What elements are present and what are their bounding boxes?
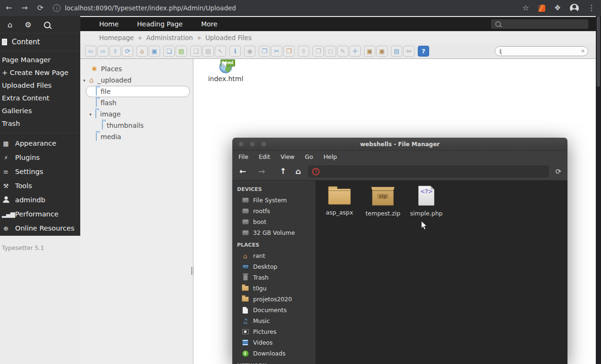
fm-place-projetos2020[interactable]: projetos2020 <box>232 294 315 305</box>
forward-button[interactable]: ⇨ <box>97 46 109 57</box>
save-as-button[interactable]: ▤ <box>176 46 187 57</box>
scrollbar-thumb[interactable] <box>597 16 600 87</box>
sort-alpha-button[interactable]: az <box>403 46 415 57</box>
tree-item-image[interactable]: ▾image <box>80 108 193 120</box>
breadcrumb-item-homepage[interactable]: Homepage <box>99 34 134 41</box>
fm-menu-go[interactable]: Go <box>305 153 313 160</box>
fm-place-file-system[interactable]: File System <box>232 195 315 206</box>
file-item-index-html[interactable]: html index.html <box>204 62 247 83</box>
preview-eye-button[interactable]: ◉ <box>244 46 255 57</box>
browser-forward-icon[interactable]: → <box>21 4 27 12</box>
tree-item-file[interactable]: file <box>80 86 193 97</box>
fm-refresh-icon[interactable]: ⟳ <box>555 167 561 176</box>
clear-search-icon[interactable]: ✕ <box>581 48 585 54</box>
pointer-button[interactable]: ↖ <box>215 46 226 57</box>
sidebar-item-page-manager[interactable]: Page Manager <box>0 54 80 66</box>
sidebar-item-uploaded-files[interactable]: Uploaded Files <box>0 79 80 92</box>
url-text[interactable]: localhost:8090/Typesetter/index.php/Admi… <box>65 4 236 12</box>
fm-home-icon[interactable]: ⌂ <box>296 168 301 175</box>
fm-file-simple-php[interactable]: <?>simple.php <box>406 185 447 217</box>
sidebar-item-galleries[interactable]: Galleries <box>0 105 80 117</box>
window-button-1[interactable] <box>238 141 244 147</box>
address-bar[interactable]: i localhost:8090/Typesetter/index.php/Ad… <box>53 4 236 12</box>
fm-place-boot[interactable]: boot <box>232 216 315 227</box>
admin-search-input[interactable] <box>504 20 577 28</box>
fm-menu-help[interactable]: Help <box>323 153 337 160</box>
back-button[interactable]: ⇦ <box>85 46 96 57</box>
tree-item-media[interactable]: media <box>80 131 193 142</box>
sidebar-item-settings[interactable]: ≡Settings <box>0 165 80 179</box>
page-scrollbar[interactable] <box>596 16 601 364</box>
copy-button[interactable]: ❐ <box>259 46 270 57</box>
fm-back-icon[interactable]: ← <box>239 167 246 175</box>
extension-icon[interactable] <box>538 5 545 12</box>
duplicate-button[interactable]: ❐ <box>313 46 324 57</box>
fm-place-pictures[interactable]: Pictures <box>232 326 315 337</box>
toolbar-search-box[interactable]: ✕ <box>495 46 588 56</box>
fm-place-desktop[interactable]: Desktop <box>232 261 315 272</box>
info-button[interactable]: ℹ <box>229 46 241 57</box>
page-info-icon[interactable]: i <box>53 4 60 12</box>
fm-menu-file[interactable]: File <box>238 153 248 160</box>
bookmark-star-icon[interactable]: ☆ <box>522 4 529 12</box>
nav-item-home[interactable]: Home <box>99 20 119 28</box>
window-button-2[interactable] <box>249 141 255 147</box>
select-area-button[interactable]: ◻ <box>325 46 336 57</box>
expand-caret-icon[interactable]: ▾ <box>89 112 95 117</box>
tree-item-places[interactable]: ✱Places <box>80 63 193 74</box>
fm-menu-edit[interactable]: Edit <box>259 153 270 160</box>
fm-place-music[interactable]: ♫Music <box>232 315 315 326</box>
desktop-button[interactable]: ▣ <box>149 46 160 57</box>
fm-forward-icon[interactable]: → <box>258 167 265 175</box>
extensions-puzzle-icon[interactable]: ❖ <box>554 4 561 12</box>
paste-button[interactable]: ❒ <box>283 46 295 57</box>
sidebar-item-trash[interactable]: Trash <box>0 117 80 130</box>
fm-place-downloads[interactable]: ↓Downloads <box>232 348 315 359</box>
fm-place-trash[interactable]: Trash <box>232 272 315 283</box>
fm-file-area[interactable]: asp_aspxziptempest.zip<?>simple.php <box>315 181 567 364</box>
refresh-button[interactable]: ⟳ <box>122 46 133 57</box>
window-button[interactable]: ▣ <box>364 46 375 57</box>
breadcrumb-item-uploaded-files[interactable]: Uploaded Files <box>205 34 252 41</box>
up-button[interactable]: ⇧ <box>110 46 121 57</box>
fm-location-bar[interactable]: ! <box>308 165 549 177</box>
sidebar-item-extra-content[interactable]: Extra Content <box>0 92 80 105</box>
browser-menu-icon[interactable]: ⋮ <box>588 4 595 12</box>
nav-item-more[interactable]: More <box>201 20 218 28</box>
nav-item-heading-page[interactable]: Heading Page <box>137 20 183 28</box>
browser-back-icon[interactable]: ← <box>6 4 12 12</box>
fm-place-32-gb-volume[interactable]: 32 GB Volume <box>232 227 315 238</box>
sidebar-item-plugins[interactable]: ⚡Plugins <box>0 150 80 165</box>
gear-icon[interactable]: ⚙ <box>25 21 31 29</box>
admin-search-box[interactable] <box>491 19 588 29</box>
sidebar-item-tools[interactable]: ⚒Tools <box>0 179 80 193</box>
new-file-button[interactable]: ❏ <box>163 46 175 57</box>
sidebar-item-online-resources[interactable]: ⊕Online Resources <box>0 221 80 235</box>
fm-place-rant[interactable]: ⌂rant <box>232 250 315 261</box>
help-button[interactable]: ? <box>418 46 429 57</box>
fm-up-icon[interactable]: ↑ <box>280 167 287 175</box>
home-icon[interactable]: ⌂ <box>8 21 12 29</box>
fm-place-documents[interactable]: Documents <box>232 305 315 315</box>
fm-place-t0gu[interactable]: t0gu <box>232 283 315 294</box>
toolbar-search-input[interactable] <box>505 48 577 55</box>
sidebar-item--create-new-page[interactable]: + Create New Page <box>0 66 80 79</box>
fm-place-rootfs[interactable]: rootfs <box>232 206 315 216</box>
window-new-button[interactable]: ▣ <box>376 46 388 57</box>
save-button[interactable]: ▤ <box>203 46 214 57</box>
window-button-3[interactable] <box>261 141 267 147</box>
cut-button[interactable]: ✂ <box>271 46 282 57</box>
fm-file-tempest-zip[interactable]: ziptempest.zip <box>362 185 404 217</box>
search-icon[interactable] <box>44 22 51 28</box>
tree-item-flash[interactable]: flash <box>80 97 193 108</box>
tree-item-thumbnails[interactable]: thumbnails <box>80 120 193 131</box>
tree-item--uploaded[interactable]: ▾⌂_uploaded <box>80 74 193 86</box>
home-button[interactable]: ⌂ <box>136 46 148 57</box>
browser-reload-icon[interactable]: ⟳ <box>37 4 43 12</box>
paste-page-button[interactable]: ❑ <box>190 46 202 57</box>
list-view-button[interactable]: ▤ <box>391 46 402 57</box>
rename-button[interactable]: ✎ <box>337 46 348 57</box>
sidebar-item-performance[interactable]: ▂▄▆Performance <box>0 207 80 221</box>
fm-menu-view[interactable]: View <box>280 153 295 160</box>
sidebar-item-admindb[interactable]: admindb <box>0 193 80 207</box>
